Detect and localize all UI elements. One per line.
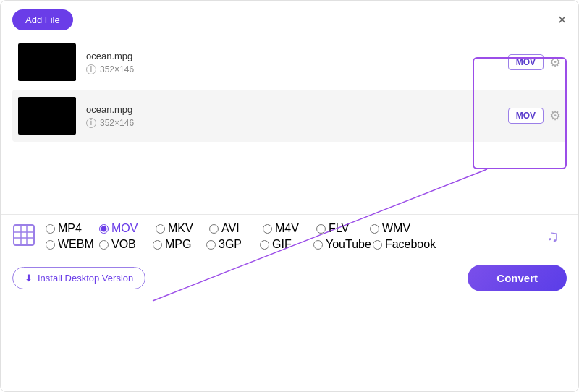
- m4v-label: M4V: [275, 222, 299, 235]
- vob-label: VOB: [111, 238, 136, 251]
- format-selector: MP4 MOV MKV AVI M4V FLV WM: [1, 214, 578, 257]
- format-wmv[interactable]: WMV: [370, 222, 422, 235]
- video-icon: [12, 223, 35, 250]
- file-name-2: ocean.mpg: [86, 104, 508, 115]
- settings-button-2[interactable]: ⚙: [549, 109, 561, 122]
- radio-3gp[interactable]: [206, 240, 216, 250]
- download-icon: ⬇: [25, 273, 33, 284]
- radio-webm[interactable]: [46, 240, 55, 250]
- radio-facebook[interactable]: [373, 240, 382, 250]
- svg-rect-1: [14, 225, 34, 245]
- audio-icon: ♫: [545, 224, 567, 249]
- radio-mpg[interactable]: [153, 240, 162, 250]
- file-item-1: ocean.mpg i 352×146 MOV ⚙: [12, 36, 567, 88]
- add-file-button[interactable]: Add File: [12, 9, 73, 30]
- format-mp4[interactable]: MP4: [46, 222, 98, 235]
- format-facebook[interactable]: Facebook: [373, 238, 436, 251]
- format-mkv[interactable]: MKV: [156, 222, 208, 235]
- file-info-1: ocean.mpg i 352×146: [86, 51, 508, 74]
- spacer: [1, 142, 578, 214]
- facebook-label: Facebook: [385, 238, 436, 251]
- format-badge-1[interactable]: MOV: [508, 54, 544, 70]
- mkv-label: MKV: [168, 222, 193, 235]
- close-button[interactable]: ✕: [557, 14, 567, 26]
- format-webm[interactable]: WEBM: [46, 238, 98, 251]
- file-dims-2: 352×146: [100, 118, 134, 128]
- settings-button-1[interactable]: ⚙: [549, 56, 561, 69]
- webm-label: WEBM: [58, 238, 94, 251]
- radio-wmv[interactable]: [370, 224, 379, 234]
- svg-text:♫: ♫: [546, 227, 559, 245]
- radio-flv[interactable]: [316, 224, 326, 234]
- format-3gp[interactable]: 3GP: [206, 238, 258, 251]
- format-badge-2[interactable]: MOV: [508, 108, 544, 124]
- format-vob[interactable]: VOB: [99, 238, 151, 251]
- file-list: ocean.mpg i 352×146 MOV ⚙ ocean.mpg i 35…: [1, 36, 578, 142]
- format-avi[interactable]: AVI: [209, 222, 261, 235]
- radio-mp4[interactable]: [46, 224, 55, 234]
- mp4-label: MP4: [58, 222, 82, 235]
- radio-youtube[interactable]: [313, 240, 323, 250]
- file-meta-1: i 352×146: [86, 64, 508, 74]
- file-info-2: ocean.mpg i 352×146: [86, 104, 508, 128]
- wmv-label: WMV: [382, 222, 410, 235]
- radio-mkv[interactable]: [156, 224, 165, 234]
- youtube-label: YouTube: [326, 238, 371, 251]
- radio-vob[interactable]: [99, 240, 109, 250]
- format-m4v[interactable]: M4V: [263, 222, 315, 235]
- radio-avi[interactable]: [209, 224, 219, 234]
- install-button[interactable]: ⬇ Install Desktop Version: [12, 267, 145, 289]
- format-mpg[interactable]: MPG: [153, 238, 205, 251]
- thumbnail-1: [18, 43, 76, 81]
- flv-label: FLV: [329, 222, 349, 235]
- info-icon-2: i: [86, 118, 96, 128]
- radio-gif[interactable]: [260, 240, 269, 250]
- format-mov[interactable]: MOV: [99, 222, 154, 235]
- app-window: Add File ✕ ocean.mpg i 352×146 MOV ⚙ oce…: [1, 1, 578, 299]
- mov-label: MOV: [111, 222, 138, 235]
- header: Add File ✕: [1, 1, 578, 36]
- file-dims-1: 352×146: [100, 64, 134, 74]
- format-flv[interactable]: FLV: [316, 222, 368, 235]
- radio-m4v[interactable]: [263, 224, 272, 234]
- mpg-label: MPG: [165, 238, 191, 251]
- convert-button[interactable]: Convert: [468, 265, 567, 291]
- radio-mov[interactable]: [99, 224, 109, 234]
- file-meta-2: i 352×146: [86, 118, 508, 128]
- avi-label: AVI: [221, 222, 240, 235]
- format-gif[interactable]: GIF: [260, 238, 312, 251]
- 3gp-label: 3GP: [219, 238, 242, 251]
- info-icon-1: i: [86, 64, 96, 74]
- file-name-1: ocean.mpg: [86, 51, 508, 61]
- file-actions-2: MOV ⚙: [508, 108, 561, 124]
- footer: ⬇ Install Desktop Version Convert: [1, 257, 578, 299]
- file-item-2: ocean.mpg i 352×146 MOV ⚙: [12, 90, 567, 142]
- file-actions-1: MOV ⚙: [508, 54, 561, 70]
- format-youtube[interactable]: YouTube: [313, 238, 371, 251]
- thumbnail-2: [18, 97, 76, 135]
- gif-label: GIF: [272, 238, 292, 251]
- install-label: Install Desktop Version: [38, 273, 133, 284]
